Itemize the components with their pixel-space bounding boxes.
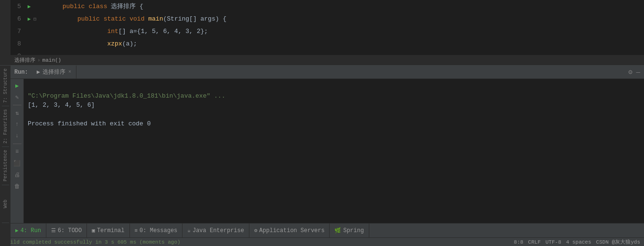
status-crlf[interactable]: CRLF xyxy=(528,239,540,245)
console-output-line: [1, 2, 3, 4, 5, 6] xyxy=(28,101,95,109)
status-position[interactable]: 8:8 xyxy=(514,239,524,245)
toolbar-sep-1 xyxy=(13,105,21,105)
appservers-tab-icon: ⚙ xyxy=(254,227,258,234)
terminal-tab-label: Terminal xyxy=(97,227,125,234)
run-toolbar: ▶ ✎ ⇅ ↑ ↓ ≡ ⬛ 🖨 🗑 xyxy=(11,79,24,223)
status-indent[interactable]: 4 spaces xyxy=(566,239,591,245)
status-right: 8:8 CRLF UTF-8 4 spaces CSDN @灰大狼yds xyxy=(514,238,644,246)
method-xzpx: xzpx xyxy=(107,40,122,47)
run-label: Run: xyxy=(11,69,32,76)
bottom-toolbar: ▶ 4: Run ☰ 6: TODO ▣ Terminal ≡ 0: Messa… xyxy=(11,223,644,237)
spring-tab-icon: 🌿 xyxy=(334,227,341,234)
minimize-icon[interactable]: — xyxy=(636,68,640,76)
toolbar-sort-btn[interactable]: ⇅ xyxy=(12,108,22,118)
sidebar-label-persistence: Persistence xyxy=(2,148,9,183)
left-sidebar: 7: Structure 2: Favorites Persistence We… xyxy=(0,0,11,246)
run-gutter-6[interactable]: ▶ xyxy=(25,16,33,22)
sidebar-favorites[interactable]: 2: Favorites xyxy=(2,106,9,147)
method-call-args: (a); xyxy=(122,40,137,47)
fold-icon-6: ⊟ xyxy=(33,17,36,22)
settings-gear-icon[interactable]: ⚙ xyxy=(628,68,632,76)
code-line-8: 8 xzpx(a); xyxy=(11,37,644,50)
toolbar-sep-2 xyxy=(13,144,21,144)
run-tab-icon: ▶ xyxy=(15,227,19,234)
bottom-tab-spring[interactable]: 🌿 Spring xyxy=(330,224,369,237)
messages-tab-label: 0: Messages xyxy=(140,227,177,234)
sidebar-label-web: Web xyxy=(2,198,9,210)
run-arrow-5: ▶ xyxy=(28,3,31,10)
fold-gutter-6[interactable]: ⊟ xyxy=(33,14,40,23)
toolbar-wrap-btn[interactable]: ≡ xyxy=(12,147,22,157)
sidebar-persistence[interactable]: Persistence xyxy=(2,147,9,185)
run-tab-name: 选择排序 xyxy=(43,68,65,76)
breadcrumb-sep: › xyxy=(37,57,41,63)
java-tab-icon: ☕ xyxy=(187,227,191,234)
console-finish-line: Process finished with exit code 0 xyxy=(28,120,150,127)
toolbar-softwrap-btn[interactable]: ⬛ xyxy=(12,158,22,168)
run-console: ▶ ✎ ⇅ ↑ ↓ ≡ ⬛ 🖨 🗑 "C:\Program Files\Java… xyxy=(11,79,644,223)
run-panel-header: Run: ▶ 选择排序 × ⚙ — xyxy=(11,66,644,79)
bottom-tab-java-enterprise[interactable]: ☕ Java Enterprise xyxy=(182,224,249,237)
toolbar-print-btn[interactable]: 🖨 xyxy=(12,170,22,179)
line-num-6: 6 xyxy=(11,15,25,22)
code-text-8: xzpx(a); xyxy=(40,33,137,55)
sidebar-web[interactable]: Web xyxy=(2,185,9,223)
run-gutter-5[interactable]: ▶ xyxy=(25,3,33,10)
appservers-tab-label: Application Servers xyxy=(259,227,325,234)
todo-tab-icon: ☰ xyxy=(51,227,56,234)
status-bar: Build completed successfully in 3 s 605 … xyxy=(0,237,644,246)
breadcrumb-bar: 选择排序 › main() xyxy=(11,55,644,66)
java-tab-label: Java Enterprise xyxy=(193,227,244,234)
bottom-tab-run[interactable]: ▶ 4: Run xyxy=(11,224,46,237)
bottom-tab-terminal[interactable]: ▣ Terminal xyxy=(87,224,129,237)
bottom-tab-todo[interactable]: ☰ 6: TODO xyxy=(46,224,87,237)
console-path-line: "C:\Program Files\Java\jdk1.8.0_181\bin\… xyxy=(28,92,225,100)
breadcrumb-class[interactable]: 选择排序 xyxy=(14,56,35,64)
terminal-tab-icon: ▣ xyxy=(92,227,95,234)
bottom-tab-messages[interactable]: ≡ 0: Messages xyxy=(130,224,183,237)
toolbar-run-btn[interactable]: ▶ xyxy=(12,81,22,90)
run-tab-label: 4: Run xyxy=(21,227,41,234)
line-num-5: 5 xyxy=(11,3,25,10)
todo-tab-label: 6: TODO xyxy=(58,227,82,234)
sidebar-label-structure: 7: Structure xyxy=(2,67,9,105)
toolbar-up-btn[interactable]: ↑ xyxy=(12,120,22,129)
spring-tab-label: Spring xyxy=(343,227,364,234)
panel-settings: ⚙ — xyxy=(628,68,644,76)
status-encoding[interactable]: UTF-8 xyxy=(546,239,561,245)
toolbar-down-btn[interactable]: ↓ xyxy=(12,131,22,141)
run-tab[interactable]: ▶ 选择排序 × xyxy=(32,66,76,78)
status-csdn: CSDN @灰大狼yds xyxy=(596,238,640,246)
console-output: "C:\Program Files\Java\jdk1.8.0_181\bin\… xyxy=(24,79,644,223)
bottom-tab-app-servers[interactable]: ⚙ Application Servers xyxy=(249,224,330,237)
sidebar-structure[interactable]: 7: Structure xyxy=(2,66,9,106)
toolbar-edit-btn[interactable]: ✎ xyxy=(12,92,22,102)
messages-tab-icon: ≡ xyxy=(135,228,138,234)
run-arrow-6: ▶ xyxy=(28,16,31,22)
toolbar-clear-btn[interactable]: 🗑 xyxy=(12,181,22,191)
run-tab-icon: ▶ xyxy=(37,68,40,76)
run-tab-close[interactable]: × xyxy=(68,69,71,75)
sidebar-label-favorites: 2: Favorites xyxy=(2,107,9,145)
line-num-8: 8 xyxy=(11,40,25,47)
line-num-7: 7 xyxy=(11,28,25,35)
status-build-text: Build completed successfully in 3 s 605 … xyxy=(0,239,514,245)
breadcrumb-method[interactable]: main() xyxy=(43,57,62,63)
code-editor[interactable]: 5 ▶ public class 选择排序 { 6 ▶ ⊟ public sta… xyxy=(11,0,644,55)
